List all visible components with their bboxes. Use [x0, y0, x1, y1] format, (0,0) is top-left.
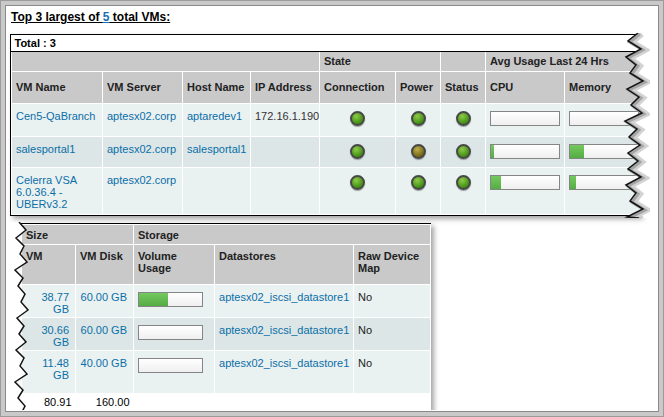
volume-usage-bar [138, 325, 203, 340]
power-cell [396, 167, 441, 214]
vm-server-cell: aptesx02.corp [103, 136, 183, 167]
group-header-avg-usage: Avg Usage Last 24 Hrs [486, 51, 641, 71]
total-vm-disk-size: 160.00 GB [76, 394, 134, 411]
group-header-storage: Storage [134, 225, 431, 245]
report-window: Top 3 largest of 5 total VMs: Total : 3 … [0, 0, 664, 417]
vm-size-cell: 38.77 GB [22, 285, 76, 318]
group-header-spacer-left [12, 51, 320, 71]
status-cell [441, 136, 486, 167]
total-vm-size: 80.91 GB [22, 394, 76, 411]
datastore-cell: aptesx02_iscsi_datastore1 [215, 285, 354, 318]
size-table-panel: Size Storage VM VM Disk Volume Usage Dat… [21, 223, 431, 410]
vm-disk-cell: 60.00 GB [76, 318, 134, 351]
footer-spacer [134, 394, 431, 411]
col-header-vm-name: VM Name [12, 71, 103, 103]
col-header-power: Power [396, 71, 441, 103]
datastore-link[interactable]: aptesx02_iscsi_datastore1 [219, 357, 349, 369]
power-cell [396, 103, 441, 136]
col-header-ip-address: IP Address [251, 71, 320, 103]
datastore-link[interactable]: aptesx02_iscsi_datastore1 [219, 291, 349, 303]
host-name-link[interactable]: aptaredev1 [187, 110, 242, 122]
host-name-cell [183, 167, 251, 214]
vm-table-row: Celerra VSA 6.0.36.4 - UBERv3.2aptesx02.… [12, 167, 641, 214]
vm-name-cell: Cen5-QaBranch [12, 103, 103, 136]
volume-usage-cell [134, 318, 215, 351]
cpu-usage-cell [486, 103, 565, 136]
vm-name-cell: salesportal1 [12, 136, 103, 167]
power-led [411, 175, 426, 190]
status-cell [441, 103, 486, 136]
connection-cell [320, 167, 396, 214]
report-content: Top 3 largest of 5 total VMs: Total : 3 … [7, 7, 657, 410]
volume-usage-cell [134, 351, 215, 394]
vm-server-cell: aptesx02.corp [103, 103, 183, 136]
vm-disk-cell: 60.00 GB [76, 285, 134, 318]
connection-led [350, 111, 365, 126]
group-header-size: Size [22, 225, 134, 245]
cpu-usage-bar-fill [491, 145, 494, 158]
cpu-usage-bar-fill [491, 176, 501, 189]
connection-led [350, 144, 365, 159]
col-header-vm-disk: VM Disk [76, 245, 134, 285]
status-led [456, 175, 471, 190]
vm-name-link[interactable]: Celerra VSA 6.0.36.4 - UBERv3.2 [16, 174, 77, 210]
group-header-spacer-status [441, 51, 486, 71]
cpu-usage-cell [486, 136, 565, 167]
vm-server-link[interactable]: aptesx02.corp [107, 174, 176, 186]
group-header-state: State [320, 51, 441, 71]
connection-cell [320, 136, 396, 167]
volume-usage-cell [134, 285, 215, 318]
vm-name-cell: Celerra VSA 6.0.36.4 - UBERv3.2 [12, 167, 103, 214]
vm-table-row: salesportal1aptesx02.corpsalesportal1 [12, 136, 641, 167]
vm-server-link[interactable]: aptesx02.corp [107, 110, 176, 122]
col-header-datastores: Datastores [215, 245, 354, 285]
total-count-label: Total : 3 [12, 35, 641, 51]
cpu-usage-bar [490, 111, 560, 126]
col-header-vm-server: VM Server [103, 71, 183, 103]
title-suffix: total VMs: [109, 10, 170, 24]
datastore-cell: aptesx02_iscsi_datastore1 [215, 351, 354, 394]
vm-server-cell: aptesx02.corp [103, 167, 183, 214]
volume-usage-bar [138, 358, 203, 373]
ip-address-cell [251, 167, 320, 214]
memory-usage-bar-fill [570, 176, 576, 189]
raw-device-map-cell: No [354, 285, 431, 318]
col-header-connection: Connection [320, 71, 396, 103]
host-name-cell: aptaredev1 [183, 103, 251, 136]
size-table-row: 30.66 GB60.00 GBaptesx02_iscsi_datastore… [22, 318, 431, 351]
datastore-link[interactable]: aptesx02_iscsi_datastore1 [219, 324, 349, 336]
title-prefix: Top 3 largest of [11, 10, 103, 24]
col-header-volume-usage: Volume Usage [134, 245, 215, 285]
col-header-cpu: CPU [486, 71, 565, 103]
vm-size-cell: 30.66 GB [22, 318, 76, 351]
raw-device-map-cell: No [354, 351, 431, 394]
status-led [456, 111, 471, 126]
vm-disk-cell: 40.00 GB [76, 351, 134, 394]
col-header-raw-device-map: Raw Device Map [354, 245, 431, 285]
volume-usage-bar [138, 292, 203, 307]
ip-address-cell [251, 136, 320, 167]
connection-led [350, 175, 365, 190]
power-led [411, 144, 426, 159]
host-name-link[interactable]: salesportal1 [187, 143, 246, 155]
col-header-status: Status [441, 71, 486, 103]
vm-size-cell: 11.48 GB [22, 351, 76, 394]
cpu-usage-bar [490, 175, 560, 190]
status-cell [441, 167, 486, 214]
ip-address-cell: 172.16.1.190 [251, 103, 320, 136]
vm-name-link[interactable]: Cen5-QaBranch [16, 110, 96, 122]
memory-usage-bar [569, 111, 639, 126]
col-header-memory: Memory [565, 71, 641, 103]
volume-usage-bar-fill [139, 293, 168, 306]
vm-name-link[interactable]: salesportal1 [16, 143, 75, 155]
vm-server-link[interactable]: aptesx02.corp [107, 143, 176, 155]
power-cell [396, 136, 441, 167]
connection-cell [320, 103, 396, 136]
memory-usage-bar-fill [570, 145, 584, 158]
memory-usage-cell [565, 167, 641, 214]
memory-usage-bar [569, 144, 639, 159]
size-table-row: 38.77 GB60.00 GBaptesx02_iscsi_datastore… [22, 285, 431, 318]
page-title: Top 3 largest of 5 total VMs: [11, 10, 170, 24]
memory-usage-bar [569, 175, 639, 190]
vm-table: Total : 3 State Avg Usage Last 24 Hrs VM… [11, 35, 641, 215]
